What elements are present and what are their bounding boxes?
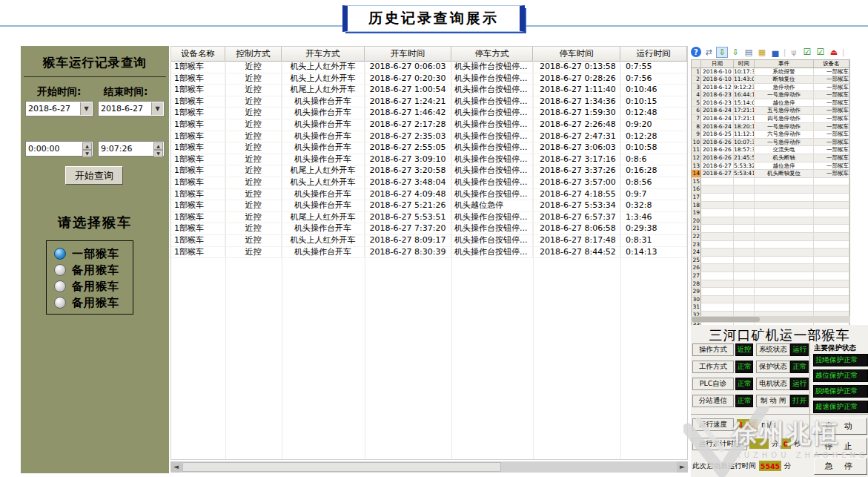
toolbar-icon[interactable]: |	[783, 47, 786, 58]
table-row[interactable]: 1部猴车 近控 机尾上人红外开车 2018-6-27 5:53:51 机头操作台…	[171, 212, 687, 224]
event-row[interactable]: 29	[692, 288, 849, 296]
toolbar-icon[interactable]: ☑	[801, 47, 813, 58]
event-horizontal-scrollbar[interactable]	[691, 316, 850, 323]
toolbar-icon[interactable]: ▤	[743, 47, 755, 58]
stop-button[interactable]: 停 止	[814, 438, 867, 455]
event-row[interactable]: 19	[692, 209, 849, 217]
event-row[interactable]: 23	[692, 241, 849, 249]
spin-down-icon[interactable]: ▼	[82, 150, 92, 157]
start-query-button[interactable]: 开始查询	[65, 166, 123, 185]
car-radio-option[interactable]: 一部猴车	[54, 246, 133, 262]
table-row[interactable]: 1部猴车 近控 机头操作台开车 2018-6-27 5:21:26 机头越位急停…	[171, 200, 687, 212]
event-row[interactable]: 18	[692, 202, 849, 210]
scrollbar-thumb[interactable]	[182, 462, 501, 472]
column-header[interactable]: 停车方式	[451, 47, 533, 61]
scroll-left-icon[interactable]: ◄	[170, 461, 182, 473]
event-row[interactable]: 16	[692, 185, 849, 194]
event-row[interactable]: 10 2018-6-26 10:07:30 一号急停动作 一部猴车	[692, 139, 849, 147]
table-row[interactable]: 1部猴车 近控 机尾上人红外开车 2018-6-27 1:00:54 机头操作台…	[171, 85, 687, 96]
toolbar-icon[interactable]: ▅	[769, 47, 781, 58]
toolbar-icon[interactable]: |	[841, 47, 845, 58]
table-row[interactable]: 1部猴车 近控 机头操作台开车 2018-6-27 1:46:42 机头操作台按…	[171, 108, 687, 119]
event-row[interactable]: 2 2018-6-10 11:43:07 断轴复位 一部猴车	[692, 76, 849, 84]
end-date-picker[interactable]: 2018-6-27 ▼	[98, 101, 165, 116]
event-row[interactable]: 20	[692, 217, 849, 226]
car-radio-option[interactable]: 备用猴车	[54, 295, 133, 311]
emergency-stop-button[interactable]: 急 停	[814, 458, 867, 475]
column-header[interactable]: 停车时间	[533, 47, 620, 61]
toolbar-icon[interactable]: ⇄	[703, 47, 715, 58]
event-row[interactable]: 27	[692, 272, 849, 280]
car-radio-option[interactable]: 备用猴车	[54, 262, 133, 278]
table-row[interactable]: 1部猴车 近控 机头操作台开车 2018-6-27 3:09:10 机头操作台按…	[171, 154, 687, 166]
event-row[interactable]: 9 2018-6-25 11:12:17 六号急停动作 一部猴车	[692, 131, 849, 139]
radio-icon[interactable]	[54, 280, 66, 292]
event-row[interactable]: 30	[692, 296, 849, 304]
table-row[interactable]: 1部猴车 近控 机头操作台开车 2018-6-27 2:35:03 机头操作台按…	[171, 131, 687, 143]
column-header[interactable]: 设备名	[814, 60, 849, 68]
table-row[interactable]: 1部猴车 近控 机头上人红外开车 2018-6-27 0:06:03 机头操作台…	[171, 62, 687, 73]
event-row[interactable]: 24	[692, 249, 849, 257]
toolbar-icon[interactable]: ⏏	[828, 47, 840, 58]
event-row[interactable]: 8 2018-6-24 18:20:16 一号急停动作 一部猴车	[692, 123, 849, 131]
event-row[interactable]: 5 2018-6-23 15:14:01 越位急停 一部猴车	[692, 99, 849, 108]
column-header[interactable]: 开车时间	[365, 47, 451, 61]
toolbar-icon[interactable]: ⇩	[729, 47, 741, 58]
scroll-right-icon[interactable]: ►	[677, 461, 688, 473]
table-row[interactable]: 1部猴车 近控 机尾上人红外开车 2018-6-27 3:20:58 机头操作台…	[171, 165, 687, 177]
radio-icon[interactable]	[54, 297, 66, 309]
end-time-spinner[interactable]: 9:07:26 ▲▼	[98, 141, 165, 157]
toolbar-icon[interactable]: ?	[691, 47, 701, 57]
event-row[interactable]: 6 2018-6-24 17:21:15 五号急停动作 一部猴车	[692, 107, 849, 115]
event-row[interactable]: 1 2018-6-10 10:17:37 系统报警 一部猴车	[692, 68, 849, 76]
event-row[interactable]: 4 2018-6-23 16:44:12 一号急停动作 一部猴车	[692, 91, 849, 99]
event-row[interactable]: 21	[692, 225, 849, 233]
spin-up-icon[interactable]: ▲	[153, 142, 163, 150]
toolbar-icon[interactable]: ψ	[788, 47, 800, 58]
table-row[interactable]: 1部猴车 近控 机头上人红外开车 2018-6-27 8:09:17 机头操作台…	[171, 235, 687, 247]
car-radio-option[interactable]: 备用猴车	[54, 278, 133, 295]
event-row[interactable]: 14 2018-6-27 5:53:41 机头断轴复位 一部猴车	[692, 170, 849, 178]
column-header[interactable]: 控制方式	[225, 47, 282, 61]
column-header[interactable]: 设备名称	[171, 47, 225, 61]
event-row[interactable]: 31	[692, 303, 849, 312]
table-row[interactable]: 1部猴车 近控 机头操作台开车 2018-6-27 1:24:21 机头操作台按…	[171, 96, 687, 108]
event-row[interactable]: 13 2018-6-27 5:53:32 越位急停 一部猴车	[692, 162, 849, 171]
horizontal-scrollbar[interactable]: ◄ ►	[170, 461, 688, 473]
toolbar-icon[interactable]: ☑	[815, 47, 826, 58]
column-header[interactable]: 时间	[734, 60, 755, 68]
event-row[interactable]: 11 2018-6-26 18:57:30 交流失电 一部猴车	[692, 146, 849, 154]
event-row[interactable]: 25	[692, 257, 849, 265]
radio-icon[interactable]	[54, 264, 66, 276]
event-row[interactable]: 22	[692, 233, 849, 241]
event-row[interactable]: 7 2018-6-24 17:21:15 四号急停动作 一部猴车	[692, 115, 849, 123]
table-row[interactable]: 1部猴车 近控 机头操作台开车 2018-6-27 2:17:28 机头操作台按…	[171, 119, 687, 131]
start-button[interactable]: 启 动	[814, 418, 867, 435]
scrollbar-thumb[interactable]	[692, 317, 760, 322]
chevron-down-icon[interactable]: ▼	[151, 102, 163, 115]
table-row[interactable]: 1部猴车 近控 机头操作台开车 2018-6-27 2:55:05 机头操作台按…	[171, 142, 687, 154]
event-row[interactable]: 26	[692, 264, 849, 272]
table-row[interactable]: 1部猴车 近控 机头操作台开车 2018-6-27 4:09:48 机头操作台按…	[171, 189, 687, 201]
column-header[interactable]: 事件	[755, 60, 814, 68]
column-header[interactable]: 日期	[701, 60, 734, 68]
table-row[interactable]: 1部猴车 近控 机头上人红外开车 2018-6-27 0:20:30 机头操作台…	[171, 73, 687, 85]
radio-icon[interactable]	[54, 248, 66, 260]
chevron-down-icon[interactable]: ▼	[80, 102, 92, 115]
start-date-picker[interactable]: 2018-6-27 ▼	[25, 101, 93, 116]
table-row[interactable]: 1部猴车 近控 机头操作台开车 2018-6-27 8:30:39 机头操作台按…	[171, 247, 687, 259]
event-row[interactable]: 17	[692, 194, 849, 202]
spin-down-icon[interactable]: ▼	[153, 150, 163, 157]
column-header[interactable]: 开车方式	[282, 47, 365, 61]
event-row[interactable]: 12 2018-6-26 21:45:54 机头断轴 一部猴车	[692, 154, 849, 162]
event-row[interactable]: 15	[692, 178, 849, 186]
column-header[interactable]: 运行时间	[620, 47, 687, 61]
spin-up-icon[interactable]: ▲	[82, 142, 92, 150]
toolbar-icon[interactable]: ▦	[756, 47, 768, 58]
start-time-spinner[interactable]: 0:00:00 ▲▼	[25, 141, 93, 157]
event-row[interactable]: 3 2018-6-12 9:12:23 急停动作 一部猴车	[692, 84, 849, 92]
table-row[interactable]: 1部猴车 近控 机头操作台开车 2018-6-27 7:37:20 机头操作台按…	[171, 223, 687, 235]
event-row[interactable]: 28	[692, 280, 849, 289]
table-row[interactable]: 1部猴车 近控 机头上人红外开车 2018-6-27 3:48:04 机头操作台…	[171, 177, 687, 189]
toolbar-icon[interactable]: ⇩	[716, 47, 728, 58]
